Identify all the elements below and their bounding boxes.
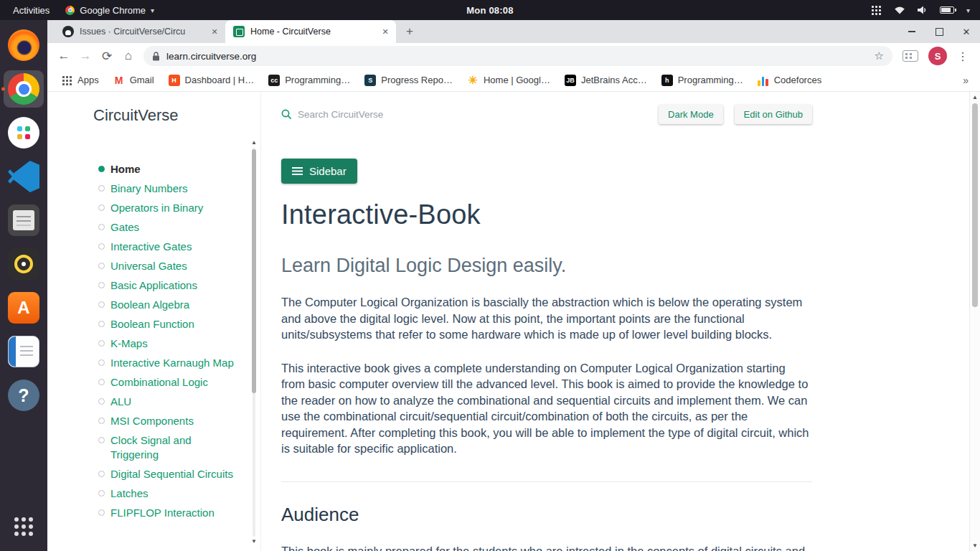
sidebar-item-label: MSI Components — [110, 414, 194, 428]
system-tray[interactable]: ▾ — [871, 5, 980, 16]
bullet-icon — [98, 301, 105, 308]
profile-avatar[interactable]: S — [928, 47, 947, 65]
sidebar-toggle-button[interactable]: Sidebar — [281, 159, 357, 184]
bullet-icon — [98, 243, 105, 250]
address-bar[interactable]: learn.circuitverse.org ☆ — [143, 46, 892, 66]
sidebar-item-boolean-function[interactable]: Boolean Function — [98, 317, 236, 331]
show-applications-button[interactable] — [4, 508, 44, 545]
home-icon[interactable]: ⌂ — [118, 45, 139, 67]
dock-vscode[interactable] — [4, 158, 44, 195]
dock-ubuntu-software[interactable] — [4, 289, 44, 326]
sidebar-item-label: FLIPFLOP Interaction — [110, 506, 215, 520]
browser-menu-icon[interactable]: ⋮ — [951, 50, 974, 63]
docs-sidebar: CircuitVerse HomeBinary NumbersOperators… — [47, 92, 261, 551]
sidebar-item-interactive-gates[interactable]: Interactive Gates — [98, 240, 236, 254]
sidebar-item-label: Digital Sequential Circuits — [110, 467, 233, 481]
dock-media-player[interactable] — [4, 245, 44, 283]
media-player-icon — [8, 248, 39, 280]
scroll-thumb[interactable] — [252, 149, 256, 393]
reload-icon[interactable]: ⟳ — [96, 45, 118, 67]
bookmark-apps[interactable]: Apps — [55, 72, 105, 89]
sidebar-scrollbar[interactable]: ▲ ▼ — [250, 139, 258, 545]
edit-on-github-button[interactable]: Edit on Github — [735, 105, 812, 124]
sidebar-item-msi-components[interactable]: MSI Components — [98, 414, 236, 428]
sidebar-item-binary-numbers[interactable]: Binary Numbers — [98, 182, 236, 196]
sidebar-item-basic-applications[interactable]: Basic Applications — [98, 278, 236, 293]
bookmark-programming-cc[interactable]: ccProgramming… — [262, 72, 357, 89]
sidebar-item-interactive-karnaugh-map[interactable]: Interactive Karnaugh Map — [98, 356, 236, 370]
dark-mode-button[interactable]: Dark Mode — [659, 105, 723, 124]
scroll-down-icon[interactable]: ▼ — [250, 538, 258, 545]
new-tab-button[interactable]: + — [400, 22, 419, 41]
sidebar-item-clock-signal-and-triggering[interactable]: Clock Signal and Triggering — [98, 433, 236, 462]
sidebar-item-k-maps[interactable]: K-Maps — [98, 336, 236, 351]
bookmark-google-home[interactable]: ✳Home | Googl… — [461, 72, 557, 89]
restore-icon[interactable] — [934, 27, 944, 37]
sidebar-item-label: Interactive Gates — [110, 240, 192, 254]
battery-icon[interactable] — [940, 6, 954, 14]
wifi-icon[interactable] — [894, 6, 905, 14]
firefox-icon — [8, 29, 39, 61]
sidebar-item-universal-gates[interactable]: Universal Gates — [98, 259, 236, 273]
sidebar-item-label: Universal Gates — [110, 259, 187, 273]
activities-button[interactable]: Activities — [13, 5, 50, 16]
gmail-icon: M — [113, 75, 125, 86]
hamburger-icon — [292, 167, 303, 175]
scroll-up-icon[interactable]: ▲ — [250, 139, 258, 146]
sidebar-item-latches[interactable]: Latches — [98, 486, 236, 501]
sidebar-item-alu[interactable]: ALU — [98, 395, 236, 409]
dock-firefox[interactable] — [4, 27, 44, 64]
codeforces-icon — [758, 75, 769, 86]
bookmark-gmail[interactable]: MGmail — [107, 72, 161, 89]
bookmark-label: Programming… — [285, 75, 350, 85]
sidebar-item-digital-sequential-circuits[interactable]: Digital Sequential Circuits — [98, 467, 236, 481]
site-brand[interactable]: CircuitVerse — [93, 106, 260, 125]
bookmark-dashboard[interactable]: HDashboard | H… — [162, 72, 261, 89]
sidebar-item-boolean-algebra[interactable]: Boolean Algebra — [98, 298, 236, 312]
scroll-thumb[interactable] — [972, 103, 978, 307]
sidebar-item-flipflop-interaction[interactable]: FLIPFLOP Interaction — [98, 506, 236, 520]
scroll-down-icon[interactable]: ▼ — [970, 542, 980, 549]
help-icon — [8, 380, 39, 411]
bookmark-jetbrains[interactable]: JBJetBrains Acc… — [558, 72, 654, 89]
sidebar-item-home[interactable]: Home — [98, 162, 236, 176]
docs-content: Dark Mode Edit on Github Sidebar Interac… — [261, 92, 969, 551]
clock[interactable]: Mon 08:08 — [466, 5, 513, 16]
extension-icon[interactable] — [903, 50, 918, 62]
page-scrollbar[interactable]: ▲ ▼ — [969, 92, 980, 551]
sidebar-item-combinational-logic[interactable]: Combinational Logic — [98, 375, 236, 390]
sidebar-item-label: Gates — [110, 220, 139, 235]
bookmark-star-icon[interactable]: ☆ — [875, 50, 884, 62]
dock-google-chrome[interactable] — [4, 70, 44, 108]
indicator-grid-icon[interactable] — [871, 5, 882, 16]
dock-files[interactable] — [4, 202, 44, 239]
scroll-up-icon[interactable]: ▲ — [970, 94, 980, 100]
tab-close-icon[interactable]: ✕ — [380, 26, 391, 37]
bookmark-programming-h[interactable]: hProgramming… — [655, 72, 750, 89]
bullet-icon — [98, 282, 105, 288]
back-icon[interactable]: ← — [53, 45, 75, 67]
search-input[interactable] — [298, 109, 434, 120]
search-box[interactable] — [281, 109, 434, 120]
tab-close-icon[interactable]: ✕ — [209, 26, 220, 37]
dock-help[interactable] — [4, 377, 44, 414]
bookmark-progress-report[interactable]: SProgress Repo… — [358, 72, 459, 89]
divider — [281, 481, 812, 482]
bookmark-codeforces[interactable]: Codeforces — [751, 72, 828, 89]
url-text[interactable]: learn.circuitverse.org — [166, 51, 868, 62]
browser-tab-issues-circuitverse-circu[interactable]: Issues · CircuitVerse/Circu✕ — [55, 20, 225, 43]
close-window-icon[interactable]: ✕ — [961, 27, 971, 37]
paragraph: This interactive book gives a complete u… — [281, 360, 812, 457]
sidebar-item-gates[interactable]: Gates — [98, 220, 236, 235]
minimize-icon[interactable] — [907, 27, 917, 37]
sidebar-item-operators-in-binary[interactable]: Operators in Binary — [98, 201, 236, 215]
volume-icon[interactable] — [918, 6, 928, 14]
browser-tab-home-circuitverse[interactable]: Home - CircuitVerse✕ — [225, 20, 396, 43]
dock-slack[interactable] — [4, 114, 44, 151]
app-menu[interactable]: Google Chrome ▾ — [65, 5, 154, 16]
chevron-down-icon[interactable]: ▾ — [966, 6, 970, 14]
bookmarks-overflow-icon[interactable]: » — [958, 75, 973, 86]
paragraph: The Computer Logical Organization is bas… — [281, 294, 812, 343]
dock-document-viewer[interactable] — [4, 333, 44, 370]
forward-icon[interactable]: → — [75, 45, 96, 67]
